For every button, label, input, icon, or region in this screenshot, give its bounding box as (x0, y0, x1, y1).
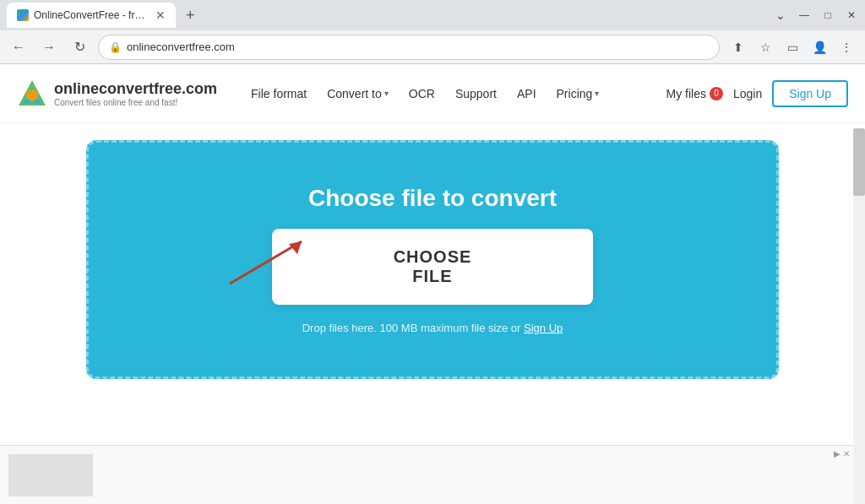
my-files-label: My files (666, 87, 705, 100)
drop-info-signup-link[interactable]: Sign Up (524, 322, 563, 334)
drop-info: Drop files here. 100 MB maximum file siz… (302, 322, 563, 334)
logo-name: onlineconvertfree.com (54, 80, 217, 98)
new-tab-button[interactable]: + (182, 7, 199, 24)
star-icon[interactable]: ☆ (753, 35, 777, 59)
red-arrow-icon (221, 220, 323, 288)
convert-title: Choose file to convert (308, 185, 557, 212)
tab-favicon (17, 9, 29, 21)
site-logo[interactable]: onlineconvertfree.com Convert files onli… (17, 79, 217, 109)
site-header: onlineconvertfree.com Convert files onli… (0, 64, 865, 123)
nav-pricing[interactable]: Pricing ▾ (548, 82, 608, 106)
convert-to-dropdown-arrow: ▾ (384, 89, 389, 98)
ad-icon: ▶ (834, 449, 841, 458)
site-nav: File format Convert to ▾ OCR Support API… (242, 82, 666, 106)
close-button[interactable]: ✕ (845, 8, 858, 22)
logo-icon (17, 79, 47, 109)
nav-convert-to[interactable]: Convert to ▾ (318, 82, 397, 106)
address-url: onlineconvertfree.com (127, 41, 709, 53)
back-button[interactable]: ← (7, 35, 30, 59)
my-files-link[interactable]: My files 0 (666, 87, 722, 100)
tab-close-icon[interactable]: ✕ (155, 8, 166, 22)
tab-title: OnlineConvertFree - free onli... (34, 9, 147, 21)
sidebar-icon[interactable]: ▭ (781, 35, 804, 59)
menu-icon[interactable]: ⋮ (835, 35, 858, 59)
window-controls: ⌄ — □ ✕ (774, 8, 858, 22)
signup-button[interactable]: Sign Up (772, 80, 848, 107)
lock-icon: 🔒 (109, 41, 122, 53)
ad-placeholder (8, 454, 93, 496)
chevron-down-icon[interactable]: ⌄ (774, 8, 787, 22)
login-button[interactable]: Login (733, 87, 762, 100)
main-area: Choose file to convert CHOOSE FILE Drop … (0, 123, 865, 396)
nav-ocr[interactable]: OCR (400, 82, 443, 106)
reload-button[interactable]: ↻ (68, 35, 91, 59)
logo-tagline: Convert files online free and fast! (54, 98, 217, 107)
pricing-dropdown-arrow: ▾ (595, 89, 599, 98)
convert-box: Choose file to convert CHOOSE FILE Drop … (86, 140, 779, 379)
ad-close-icon[interactable]: ✕ (843, 449, 850, 458)
nav-support[interactable]: Support (447, 82, 505, 106)
header-right: My files 0 Login Sign Up (666, 80, 848, 107)
ad-label: ▶ ✕ (834, 449, 850, 458)
svg-line-3 (230, 241, 302, 284)
forward-button[interactable]: → (37, 35, 61, 59)
nav-file-format[interactable]: File format (242, 82, 315, 106)
maximize-button[interactable]: □ (821, 8, 835, 22)
profile-icon[interactable]: 👤 (808, 35, 831, 59)
ad-area: ▶ ✕ (0, 445, 853, 504)
my-files-badge: 0 (710, 87, 723, 100)
minimize-button[interactable]: — (797, 8, 811, 22)
scrollbar-thumb[interactable] (853, 128, 865, 196)
scrollbar[interactable] (853, 128, 865, 504)
page-content: onlineconvertfree.com Convert files onli… (0, 64, 865, 504)
svg-point-2 (26, 89, 38, 101)
nav-api[interactable]: API (509, 82, 545, 106)
address-bar[interactable]: 🔒 onlineconvertfree.com (98, 35, 720, 60)
share-icon[interactable]: ⬆ (726, 35, 750, 59)
browser-tab[interactable]: OnlineConvertFree - free onli... ✕ (7, 3, 176, 28)
